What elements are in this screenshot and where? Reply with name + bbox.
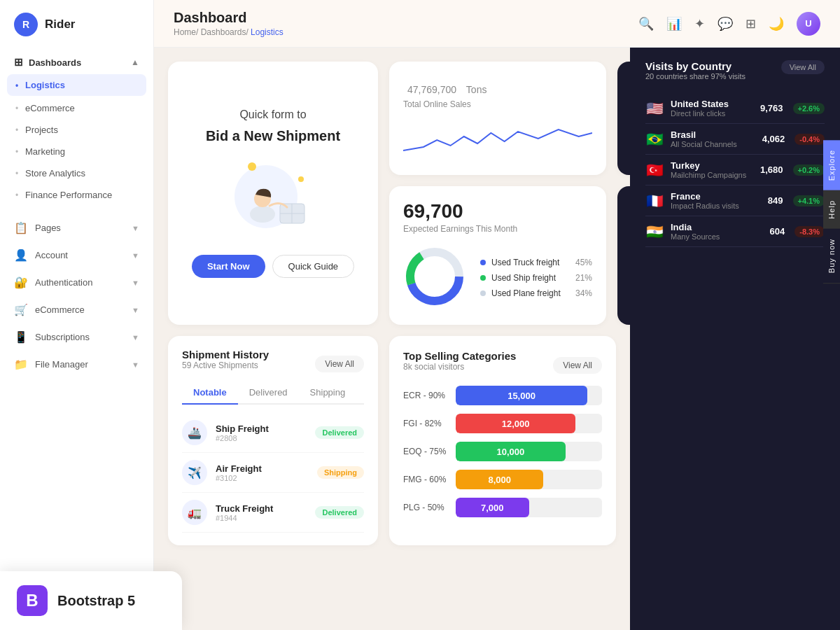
flag-in: 🇮🇳 — [645, 223, 664, 240]
truck-icon: 🚛 — [182, 500, 207, 525]
country-visits-fr: 849 — [768, 195, 783, 206]
search-icon[interactable]: 🔍 — [638, 16, 654, 31]
svg-point-3 — [250, 206, 275, 223]
sidebar-pages[interactable]: 📋 Pages ▼ — [0, 214, 153, 241]
sidebar-item-marketing[interactable]: Marketing — [0, 141, 153, 162]
dashboards-section[interactable]: ⊞ Dashboards ▲ — [0, 49, 153, 73]
status-badge-2: Shipping — [317, 466, 364, 479]
file-manager-icon: 📁 — [14, 358, 28, 371]
settings-icon[interactable]: ✦ — [694, 16, 705, 31]
total-shipments-card: 259,786 Total Shipments — [617, 62, 630, 175]
pages-icon: 📋 — [14, 221, 28, 234]
donut-legend: Used Truck freight 45% Used Ship freight… — [480, 258, 592, 298]
right-panel: Visits by Country 20 countries share 97%… — [630, 48, 840, 630]
ecommerce-label: eCommerce — [35, 304, 85, 315]
earnings-card: 69,700 Expected Earnings This Month — [389, 186, 606, 325]
breadcrumb-dashboards[interactable]: Dashboards/ — [201, 27, 248, 37]
bar-inner-ecr: 15,000 — [456, 386, 587, 405]
svg-point-2 — [298, 176, 304, 182]
plane-dot — [480, 290, 486, 296]
legend-ship: Used Ship freight 21% — [480, 273, 592, 283]
total-sales-unit: Tons — [466, 84, 487, 95]
app-name: Rider — [45, 18, 75, 31]
earnings-number: 69,700 — [403, 200, 592, 223]
start-now-button[interactable]: Start Now — [192, 255, 265, 278]
sidebar-file-manager[interactable]: 📁 File Manager ▼ — [0, 351, 153, 378]
sidebar-subscriptions[interactable]: 📱 Subscriptions ▼ — [0, 323, 153, 351]
country-header: Visits by Country 20 countries share 97%… — [645, 60, 825, 90]
bar-fmg: FMG - 60% 8,000 — [403, 470, 602, 489]
categories-view-all-button[interactable]: View All — [553, 357, 602, 374]
breadcrumb-logistics[interactable]: Logistics — [251, 27, 284, 37]
bar-label-plg: PLG - 50% — [403, 503, 449, 512]
edge-buttons: Explore Help Buy now — [823, 140, 840, 284]
tab-notable[interactable]: Notable — [182, 382, 238, 405]
bar-ecr: ECR - 90% 15,000 — [403, 386, 602, 405]
chat-icon[interactable]: 💬 — [718, 16, 733, 31]
legend-plane: Used Plane freight 34% — [480, 288, 592, 298]
sidebar-item-ecommerce[interactable]: eCommerce — [0, 97, 153, 119]
shipment-view-all-button[interactable]: View All — [315, 356, 364, 372]
visits-title: Visits by Country — [645, 60, 746, 72]
bar-inner-plg: 7,000 — [456, 498, 529, 517]
country-change-fr: +4.1% — [793, 195, 825, 206]
auth-chevron-icon: ▼ — [132, 279, 139, 287]
country-name-in: India — [671, 222, 720, 232]
country-source-us: Direct link clicks — [671, 109, 729, 118]
country-change-tr: +0.2% — [793, 164, 825, 176]
bar-label-fgi: FGI - 82% — [403, 419, 449, 428]
chart-icon[interactable]: 📊 — [666, 16, 682, 31]
grid-icon: ⊞ — [14, 56, 23, 69]
plane-pct: 34% — [575, 288, 592, 298]
flag-br: 🇧🇷 — [645, 131, 664, 148]
sidebar-item-store-analytics[interactable]: Store Analytics — [0, 162, 153, 184]
buy-now-button[interactable]: Buy now — [823, 229, 840, 284]
promo-subtitle: Bid a New Shipment — [206, 128, 340, 144]
center-content: Quick form to Bid a New Shipment — [154, 48, 630, 630]
explore-button[interactable]: Explore — [823, 140, 840, 190]
sidebar-item-projects[interactable]: Projects — [0, 119, 153, 141]
country-change-br: -0.4% — [794, 134, 825, 145]
country-visits-in: 604 — [770, 226, 785, 237]
theme-toggle-icon[interactable]: 🌙 — [769, 16, 784, 31]
sidebar-logo[interactable]: R Rider — [0, 0, 153, 49]
truck-pct: 45% — [575, 258, 592, 267]
ship-dot — [480, 275, 486, 281]
header-title-area: Dashboard Home/ Dashboards/ Logistics — [174, 10, 284, 37]
promo-illustration — [217, 158, 329, 235]
bar-label-eoq: EOQ - 75% — [403, 447, 449, 456]
tab-shipping[interactable]: Shipping — [299, 382, 357, 405]
country-change-us: +2.6% — [793, 103, 825, 114]
visits-view-all-button[interactable]: View All — [781, 60, 825, 74]
quick-guide-button[interactable]: Quick Guide — [272, 255, 355, 278]
total-sales-number: 47,769,700 Tons — [403, 76, 592, 98]
promo-card: Quick form to Bid a New Shipment — [168, 62, 378, 325]
country-source-br: All Social Channels — [671, 140, 737, 148]
sidebar-item-logistics[interactable]: Logistics — [7, 74, 146, 96]
header-actions: 🔍 📊 ✦ 💬 ⊞ 🌙 U — [638, 12, 820, 36]
category-bars: ECR - 90% 15,000 FGI - 82% 12,000 — [403, 386, 602, 517]
sidebar-ecommerce-top[interactable]: 🛒 eCommerce ▼ — [0, 296, 153, 323]
chevron-up-icon: ▲ — [131, 57, 139, 67]
grid-view-icon[interactable]: ⊞ — [746, 16, 756, 31]
pages-label: Pages — [35, 223, 61, 233]
help-button[interactable]: Help — [823, 190, 840, 229]
truck-label: Used Truck freight — [491, 258, 559, 267]
donut-container: Used Truck freight 45% Used Ship freight… — [403, 245, 592, 311]
country-name-br: Brasil — [671, 130, 737, 140]
breadcrumb-home[interactable]: Home/ — [174, 27, 198, 37]
shipment-id-3: #1944 — [216, 514, 273, 522]
bar-outer-fgi: 12,000 — [456, 414, 602, 433]
sidebar-item-finance-performance[interactable]: Finance Performance — [0, 184, 153, 206]
categories-header: Top Selling Categories 8k social visitor… — [403, 350, 602, 380]
sidebar-account[interactable]: 👤 Account ▼ — [0, 241, 153, 269]
avatar[interactable]: U — [797, 12, 820, 36]
sidebar: R Rider ⊞ Dashboards ▲ Logistics eCommer… — [0, 0, 154, 630]
ecommerce-chevron-icon: ▼ — [132, 306, 139, 314]
legend-truck: Used Truck freight 45% — [480, 258, 592, 267]
sidebar-authentication[interactable]: 🔐 Authentication ▼ — [0, 269, 153, 296]
bar-label-fmg: FMG - 60% — [403, 475, 449, 484]
earnings-label: Expected Earnings This Month — [403, 224, 592, 234]
tab-delivered[interactable]: Delivered — [238, 382, 299, 405]
pages-chevron-icon: ▼ — [132, 224, 139, 232]
